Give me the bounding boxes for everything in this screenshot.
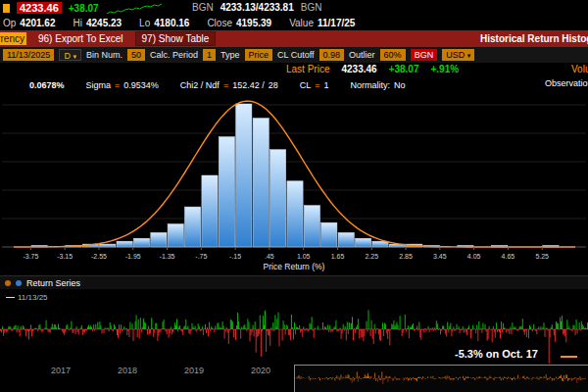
bid-ask: BGN 4233.13/4233.81 BGN (192, 2, 321, 13)
normality-value: No (394, 80, 406, 90)
sparkline-chart (106, 2, 163, 15)
cl-label: CL (300, 80, 312, 90)
base-currency-dropdown[interactable]: BGN (411, 49, 438, 61)
lowest-return-annotation: -5.3% on Oct. 17 (455, 348, 538, 360)
export-to-excel-button[interactable]: 96) Export To Excel (38, 33, 123, 44)
last-price-label: Last Price (286, 64, 329, 74)
series-date-label: 11/13/25 (18, 293, 48, 302)
calc-period-field[interactable]: 1 (203, 49, 216, 61)
svg-text:4.05: 4.05 (467, 253, 481, 260)
bloomberg-terminal: 4233.46 +38.07 BGN 4233.13/4233.81 BGN O… (0, 0, 588, 392)
svg-text:-1.95: -1.95 (125, 253, 141, 260)
equals-sign: = (223, 80, 228, 90)
chi2-label: Chi2 / Ndf (180, 80, 220, 90)
mean-stat: 0.0678% (29, 80, 65, 90)
svg-text:3.45: 3.45 (433, 253, 447, 260)
bid-source-label: BGN (192, 2, 214, 13)
svg-text:.45: .45 (265, 253, 274, 260)
svg-text:4.65: 4.65 (502, 253, 515, 260)
outlier-label: Outlier (349, 50, 375, 60)
svg-text:-3.15: -3.15 (57, 253, 73, 260)
normality-stat: Normality: No (350, 80, 405, 90)
low-value: 4180.16 (154, 18, 189, 28)
equals-sign: = (315, 80, 319, 90)
settings-toolbar: 11/13/2025 D ▾ Bin Num. 50 Calc. Period … (0, 47, 588, 63)
type-dropdown[interactable]: Price (245, 49, 273, 61)
open-value: 4201.62 (20, 18, 55, 28)
panel-orange-dot-icon (5, 280, 11, 286)
range-navigator[interactable] (294, 365, 588, 392)
security-tag (3, 4, 10, 13)
last-price-value: 4233.46 (341, 64, 376, 74)
svg-text:1.65: 1.65 (331, 253, 345, 260)
last-price-pct: +.91% (431, 64, 460, 74)
date-field[interactable]: 11/13/2025 (3, 49, 54, 61)
open-pair: Op 4201.62 (3, 18, 56, 28)
return-series-panel-header[interactable]: Return Series (0, 275, 588, 289)
value-date-label: Value (289, 18, 314, 28)
svg-text:-.15: -.15 (229, 253, 241, 260)
screen-title-wrap: Historical Return Histogram (476, 33, 588, 44)
close-pair: Close 4195.39 (207, 18, 271, 28)
cl-value: 1 (323, 80, 328, 90)
year-label: 2018 (118, 366, 137, 375)
chi2-value: 152.42 / (232, 80, 265, 90)
svg-text:-1.35: -1.35 (160, 253, 175, 260)
year-label: 2019 (184, 366, 204, 375)
legend-line-icon (6, 297, 15, 298)
price-return-histogram-chart: -3.75-3.15-2.55-1.95-1.35-.75-.15.451.05… (0, 92, 588, 272)
observations-column-label: Observations (545, 78, 588, 88)
ask-source-label: BGN (301, 2, 322, 13)
close-label: Close (207, 18, 232, 28)
low-label: Lo (139, 18, 150, 28)
mean-value: 0.0678% (29, 80, 65, 90)
price-change: +38.07 (69, 3, 99, 14)
normality-label: Normality: (350, 80, 390, 90)
annotation-dash-icon (561, 356, 577, 358)
last-price-bar: Last Price 4233.46 +38.07 +.91% Volume (0, 63, 588, 77)
svg-text:1.05: 1.05 (297, 253, 311, 260)
last-price-chip: 4233.46 (17, 2, 62, 14)
svg-text:5.25: 5.25 (535, 253, 549, 260)
sigma-stat: Sigma = 0.9534% (86, 80, 159, 90)
value-date: 11/17/25 (318, 18, 355, 28)
navigator-mini-chart (295, 366, 587, 391)
outlier-field[interactable]: 60% (380, 49, 406, 61)
close-value: 4195.39 (236, 18, 271, 28)
year-label: 2017 (51, 366, 71, 375)
high-label: Hi (74, 18, 82, 28)
stats-bar: 0.0678% Sigma = 0.9534% Chi2 / Ndf = 152… (0, 78, 588, 91)
ohlc-bar: Op 4201.62 Hi 4245.23 Lo 4180.16 Close 4… (0, 16, 588, 30)
cl-cutoff-field[interactable]: 0.98 (319, 49, 345, 61)
panel-blue-dot-icon (16, 280, 22, 286)
high-pair: Hi 4245.23 (74, 18, 122, 28)
svg-text:-3.75: -3.75 (23, 253, 38, 260)
show-table-button[interactable]: 97) Show Table (135, 31, 217, 46)
return-series-label: Return Series (26, 278, 80, 288)
value-pair: Value 11/17/25 (289, 18, 355, 28)
calc-period-label: Calc. Period (150, 50, 198, 60)
cl-cutoff-label: CL Cutoff (277, 50, 315, 60)
svg-text:2.25: 2.25 (365, 253, 378, 260)
quote-currency-dropdown[interactable]: USD ▾ (442, 49, 474, 61)
sigma-value: 0.9534% (123, 80, 159, 90)
last-price-change: +38.07 (389, 64, 419, 74)
svg-text:2.85: 2.85 (399, 253, 413, 260)
high-value: 4245.23 (86, 18, 122, 28)
type-label: Type (220, 50, 240, 60)
open-label: Op (3, 18, 16, 28)
frequency-dropdown[interactable]: D ▾ (59, 49, 81, 61)
currency-menu-item[interactable]: Currency (0, 32, 26, 45)
screen-title: Historical Return Histogram (480, 33, 588, 44)
chi2-stat: Chi2 / Ndf = 152.42 / 28 (180, 80, 278, 90)
year-label: 2020 (251, 366, 270, 375)
ndf-value: 28 (269, 80, 278, 90)
svg-text:-.75: -.75 (195, 253, 207, 260)
volume-column-label: Volume (571, 64, 588, 74)
equals-sign: = (115, 80, 120, 90)
svg-text:Price Return (%): Price Return (%) (264, 262, 325, 271)
series-legend: 11/13/25 (6, 293, 48, 302)
bin-num-field[interactable]: 50 (127, 49, 145, 61)
cl-stat: CL = 1 (300, 80, 329, 90)
quote-bar: 4233.46 +38.07 BGN 4233.13/4233.81 BGN (0, 0, 588, 16)
